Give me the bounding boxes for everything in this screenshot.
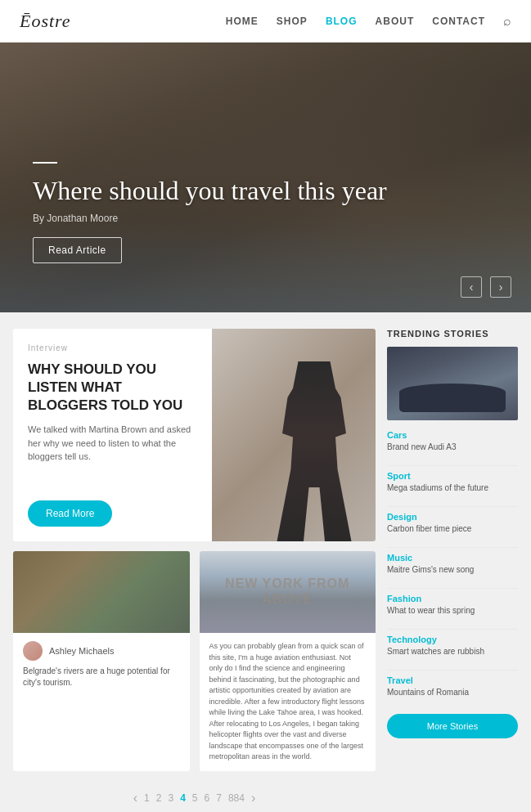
page-3[interactable]: 3 [168, 792, 173, 804]
featured-tag: Interview [28, 343, 197, 352]
hero-title: Where should you travel this year [33, 175, 387, 206]
trending-cat-technology: Technology [387, 635, 518, 644]
trending-item-technology[interactable]: Technology Smart watches are rubbish [387, 635, 518, 657]
hero-content: Where should you travel this year By Jon… [33, 162, 387, 263]
trending-cat-travel: Travel [387, 675, 518, 685]
hero-navigation: ‹ › [461, 276, 511, 298]
search-icon[interactable]: ⌕ [503, 14, 511, 29]
small-cards-row: Ashley Michaels Belgrade's rivers are a … [13, 551, 376, 771]
header: Ēostre HOME SHOP BLOG ABOUT CONTACT ⌕ [0, 0, 531, 43]
featured-title: WHY SHOULD YOU LISTEN WHAT BLOGGERS TOLD… [28, 361, 197, 415]
page-4[interactable]: 4 [180, 792, 186, 804]
author-name: Ashley Michaels [49, 646, 114, 656]
trending-item-fashion[interactable]: Fashion What to wear this spring [387, 594, 518, 616]
nav-about[interactable]: ABOUT [376, 16, 415, 27]
featured-text: Interview WHY SHOULD YOU LISTEN WHAT BLO… [13, 329, 212, 541]
pagination-next[interactable]: › [251, 791, 255, 805]
trending-item-music[interactable]: Music Maitre Gims's new song [387, 553, 518, 575]
trending-desc-fashion: What to wear this spring [387, 605, 518, 616]
trending-cat-sport: Sport [387, 471, 518, 481]
trending-desc-sport: Mega stadiums of the future [387, 482, 518, 493]
nyc-body: As you can probably glean from a quick s… [200, 633, 376, 771]
more-stories-button[interactable]: More Stories [387, 714, 518, 738]
belgrade-image [13, 551, 190, 633]
trending-cat-cars: Cars [387, 430, 518, 440]
nyc-image: NEW YORK FROM ABOVE [200, 551, 376, 633]
nyc-title: NEW YORK FROM ABOVE [200, 576, 376, 607]
nav-blog[interactable]: BLOG [326, 16, 358, 27]
divider-5 [387, 629, 518, 630]
featured-image [212, 329, 376, 541]
page-1[interactable]: 1 [144, 792, 150, 804]
hero-section: Where should you travel this year By Jon… [0, 43, 531, 312]
navigation: HOME SHOP BLOG ABOUT CONTACT ⌕ [226, 14, 511, 29]
trending-item-sport[interactable]: Sport Mega stadiums of the future [387, 471, 518, 493]
trending-cat-design: Design [387, 512, 518, 522]
page-2[interactable]: 2 [156, 792, 162, 804]
author-info: Ashley Michaels [23, 641, 180, 661]
hero-author: By Jonathan Moore [33, 213, 387, 224]
trending-item-design[interactable]: Design Carbon fiber time piece [387, 512, 518, 534]
hero-next-button[interactable]: › [490, 276, 511, 298]
divider-4 [387, 588, 518, 589]
person-silhouette [261, 361, 367, 541]
nyc-card: NEW YORK FROM ABOVE As you can probably … [200, 551, 376, 771]
trending-cat-fashion: Fashion [387, 594, 518, 603]
page-5[interactable]: 5 [192, 792, 198, 804]
nav-home[interactable]: HOME [226, 16, 259, 27]
belgrade-card: Ashley Michaels Belgrade's rivers are a … [13, 551, 190, 771]
divider-2 [387, 506, 518, 507]
page-6[interactable]: 6 [205, 792, 210, 804]
car-shape [399, 384, 506, 412]
right-sidebar: TRENDING STORIES Cars Brand new Audi A3 … [387, 329, 518, 809]
trending-desc-design: Carbon fiber time piece [387, 523, 518, 534]
trending-desc-travel: Mountains of Romania [387, 687, 518, 698]
trending-desc-cars: Brand new Audi A3 [387, 442, 518, 452]
pagination: ‹ 1 2 3 4 5 6 7 884 › [13, 781, 376, 809]
nyc-text: As you can probably glean from a quick s… [209, 641, 367, 763]
belgrade-bg [13, 551, 190, 633]
pagination-prev[interactable]: ‹ [133, 791, 137, 805]
trending-desc-technology: Smart watches are rubbish [387, 646, 518, 657]
trending-item-cars[interactable]: Cars Brand new Audi A3 [387, 430, 518, 452]
page-total[interactable]: 884 [228, 792, 245, 804]
hero-prev-button[interactable]: ‹ [461, 276, 482, 298]
trending-cat-music: Music [387, 553, 518, 563]
left-column: Interview WHY SHOULD YOU LISTEN WHAT BLO… [13, 329, 376, 809]
belgrade-body: Ashley Michaels Belgrade's rivers are a … [13, 633, 190, 697]
featured-desc: We talked with Martina Brown and asked h… [28, 423, 197, 464]
main-content: Interview WHY SHOULD YOU LISTEN WHAT BLO… [0, 312, 531, 812]
trending-header: TRENDING STORIES [387, 329, 518, 339]
divider-6 [387, 670, 518, 671]
read-article-button[interactable]: Read Article [33, 237, 122, 263]
divider [387, 465, 518, 466]
page-7[interactable]: 7 [216, 792, 222, 804]
avatar [23, 641, 43, 661]
trending-item-travel[interactable]: Travel Mountains of Romania [387, 675, 518, 698]
belgrade-desc: Belgrade's rivers are a huge potential f… [23, 666, 180, 689]
divider-3 [387, 547, 518, 548]
logo: Ēostre [20, 11, 71, 32]
read-more-button[interactable]: Read More [28, 500, 112, 527]
featured-card: Interview WHY SHOULD YOU LISTEN WHAT BLO… [13, 329, 376, 541]
nav-contact[interactable]: CONTACT [432, 16, 485, 27]
trending-hero-image [387, 347, 518, 420]
hero-line [33, 162, 57, 164]
trending-desc-music: Maitre Gims's new song [387, 564, 518, 575]
nav-shop[interactable]: SHOP [277, 16, 308, 27]
